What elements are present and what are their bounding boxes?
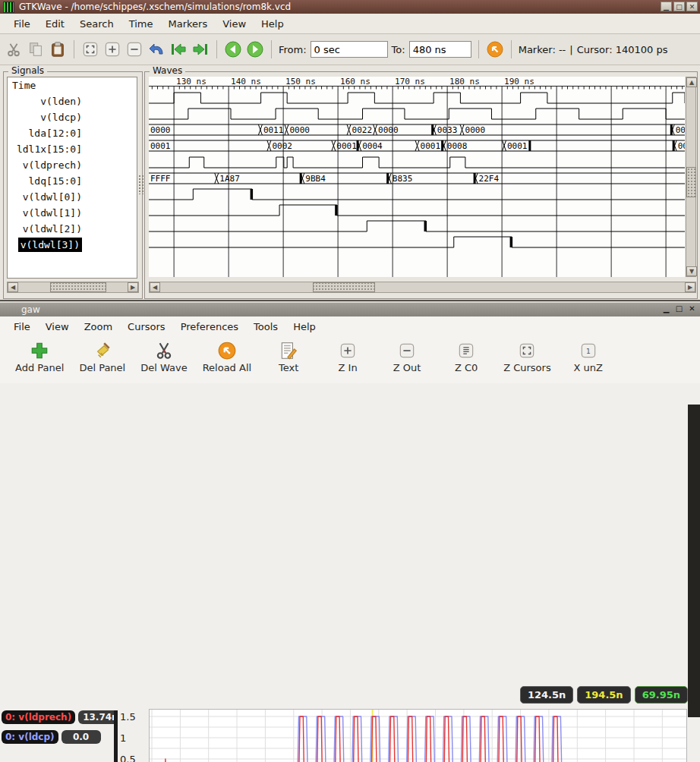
menu-edit[interactable]: Edit — [38, 16, 72, 32]
toolbar-button-label: Z Cursors — [503, 362, 551, 373]
svg-text:0000: 0000 — [150, 125, 171, 135]
svg-text:B835: B835 — [393, 174, 413, 184]
time-ruler[interactable]: 130 ns140 ns150 ns160 ns170 ns180 ns190 … — [149, 77, 685, 90]
del-panel-button[interactable]: Del Panel — [71, 339, 133, 375]
shift-left-icon[interactable] — [169, 40, 188, 58]
svg-text:0004: 0004 — [362, 141, 383, 151]
panel-signal-row[interactable]: 0: v(ldcp)0.0 — [2, 730, 116, 744]
zoom-in-btn-icon — [338, 341, 358, 361]
gaw-window: gaw ▁□✕ FileViewZoomCursorsPreferencesTo… — [0, 303, 700, 762]
reload-all-button[interactable]: Reload All — [195, 339, 259, 375]
z-out-button[interactable]: Z Out — [377, 339, 437, 375]
copy-icon[interactable] — [27, 40, 45, 58]
waves-vscrollbar[interactable]: ▲ ▼ — [686, 77, 696, 277]
close-button[interactable]: ✕ — [686, 304, 698, 314]
paste-icon[interactable] — [49, 40, 67, 58]
z-cursors-button[interactable]: Z Cursors — [496, 339, 559, 375]
wave-canvas[interactable]: 0000001100000022000000330000004400010002… — [149, 90, 685, 277]
toolbar-separator — [511, 40, 512, 58]
signal-item[interactable]: ldl1x[15:0] — [8, 141, 137, 157]
text-button[interactable]: Text — [259, 339, 318, 375]
gaw-menu-preferences[interactable]: Preferences — [173, 319, 246, 335]
panel-handle[interactable] — [114, 710, 118, 762]
signal-name-badge[interactable]: 0: v(ldprech) — [2, 710, 75, 724]
right-scroll-strip[interactable] — [688, 405, 700, 717]
menu-file[interactable]: File — [6, 16, 38, 32]
gtkwave-app-icon — [3, 2, 14, 13]
cut-icon[interactable] — [5, 40, 23, 58]
waves-pane-label: Waves — [150, 65, 185, 76]
zoom-in-icon[interactable] — [103, 40, 121, 58]
signal-item[interactable]: ldq[15:0] — [8, 173, 137, 189]
to-label: To: — [392, 44, 405, 55]
add-panel-button[interactable]: Add Panel — [8, 339, 71, 375]
toolbar-separator — [216, 40, 217, 58]
gaw-menu-zoom[interactable]: Zoom — [77, 319, 120, 335]
from-input[interactable] — [311, 41, 388, 58]
signal-item[interactable]: lda[12:0] — [8, 125, 137, 141]
signals-hscrollbar[interactable]: ◀▶ — [7, 282, 139, 293]
del-panel-icon — [93, 341, 112, 361]
zoom-cursors-icon — [517, 341, 537, 361]
svg-text:0044: 0044 — [676, 125, 685, 135]
shift-right-icon[interactable] — [191, 40, 210, 58]
zoom-fit-icon[interactable] — [81, 40, 99, 58]
signal-item[interactable]: v(ldwl[1]) — [8, 205, 137, 221]
signal-value-badge: 13.74n — [78, 710, 116, 724]
fetch-right-icon[interactable] — [246, 40, 264, 58]
gaw-menu-tools[interactable]: Tools — [246, 319, 285, 335]
signal-name-badge[interactable]: 0: v(ldcp) — [2, 730, 58, 744]
menu-view[interactable]: View — [215, 16, 254, 32]
signal-item[interactable]: v(ldwl[3]) — [8, 237, 137, 253]
x-unz-button[interactable]: 1X unZ — [559, 339, 618, 375]
minimize-button[interactable]: ▁ — [661, 304, 672, 314]
z-in-button[interactable]: Z In — [318, 339, 377, 375]
svg-text:0000: 0000 — [465, 125, 486, 135]
gaw-menu-help[interactable]: Help — [285, 319, 323, 335]
menu-help[interactable]: Help — [254, 16, 292, 32]
signal-item[interactable]: v(ldcp) — [8, 109, 137, 125]
cursor-readout: Cursor: 140100 ps — [577, 44, 668, 55]
maximize-button[interactable]: □ — [673, 304, 685, 314]
signal-item[interactable]: v(ldwl[0]) — [8, 189, 137, 205]
menu-markers[interactable]: Markers — [160, 16, 215, 32]
minimize-button[interactable]: ▁ — [661, 2, 672, 11]
zoom-out-icon[interactable] — [125, 40, 143, 58]
y-tick-label: 0.5 — [120, 754, 146, 762]
cursor-badge: 194.5n — [577, 686, 630, 704]
svg-text:9BB4: 9BB4 — [305, 174, 326, 184]
panel-plot[interactable] — [149, 709, 687, 762]
cursor-badge: 124.5n — [520, 686, 573, 704]
maximize-button[interactable]: □ — [673, 2, 685, 11]
svg-text:150 ns: 150 ns — [285, 77, 316, 87]
gaw-menu-view[interactable]: View — [38, 319, 77, 335]
menu-time[interactable]: Time — [121, 16, 161, 32]
toolbar-button-label: Del Panel — [79, 362, 125, 373]
svg-text:180 ns: 180 ns — [449, 77, 480, 87]
toolbar-button-label: Add Panel — [15, 362, 64, 373]
y-tick-label: 1.5 — [120, 711, 146, 723]
gtkwave-titlebar[interactable]: GTKWave - /home/schippes/.xschem/simulat… — [0, 0, 700, 14]
signal-item[interactable]: v(lden) — [8, 93, 137, 109]
signal-item[interactable]: v(ldwl[2]) — [8, 221, 137, 237]
del-wave-button[interactable]: Del Wave — [133, 339, 194, 375]
cursor-badges: 124.5n194.5n69.95n — [520, 686, 688, 704]
toolbar-button-label: X unZ — [573, 362, 602, 373]
to-input[interactable] — [409, 41, 471, 58]
panel-signal-row[interactable]: 0: v(ldprech)13.74n — [2, 710, 116, 724]
pane-splitter-handle[interactable] — [138, 175, 144, 194]
gaw-menu-cursors[interactable]: Cursors — [120, 319, 173, 335]
signal-item[interactable]: v(ldprech) — [8, 157, 137, 173]
gaw-menu-file[interactable]: File — [6, 319, 38, 335]
signal-value-badge: 0.0 — [61, 730, 101, 744]
desktop: GTKWave - /home/schippes/.xschem/simulat… — [0, 0, 700, 762]
reload-icon[interactable] — [486, 40, 504, 58]
fetch-left-icon[interactable] — [224, 40, 242, 58]
zoom-undo-icon[interactable] — [147, 40, 166, 58]
close-button[interactable]: ✕ — [686, 2, 698, 11]
zoom-c0-icon — [456, 341, 476, 361]
menu-search[interactable]: Search — [72, 16, 121, 32]
z-c0-button[interactable]: Z C0 — [437, 339, 496, 375]
waves-hscrollbar[interactable]: ◀▶ — [149, 282, 696, 293]
gaw-titlebar[interactable]: gaw ▁□✕ — [0, 303, 700, 316]
